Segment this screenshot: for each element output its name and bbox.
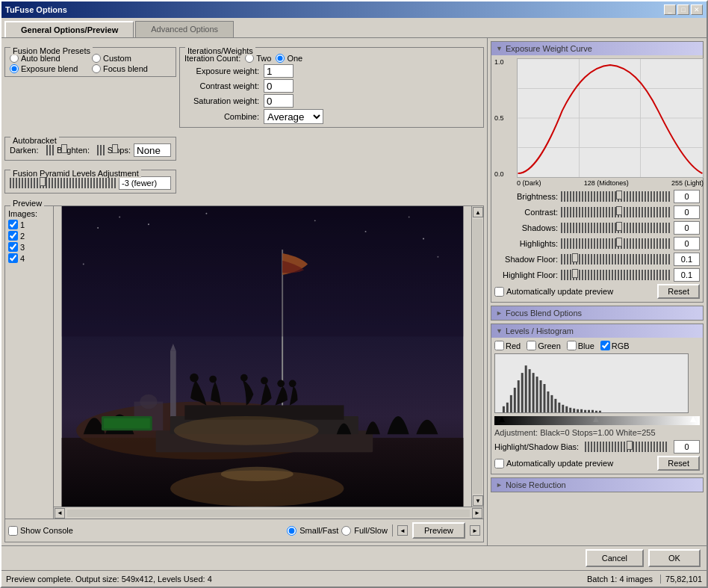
y-label-2: 0.5: [494, 114, 517, 122]
highlight-shadow-input[interactable]: [674, 440, 700, 454]
focus-blend-title: Focus Blend Options: [506, 309, 582, 318]
pyramid-thumb[interactable]: [40, 177, 46, 186]
scroll-down-button[interactable]: ▼: [473, 495, 483, 506]
svg-rect-32: [62, 206, 464, 336]
exposure-curve-header[interactable]: ▼ Exposure Weight Curve: [491, 42, 703, 55]
rgb-checkbox[interactable]: [600, 341, 610, 350]
cancel-button[interactable]: Cancel: [586, 549, 644, 567]
exposure-weight-input[interactable]: 1: [264, 64, 294, 78]
shadows-row: Shadows:: [494, 221, 700, 235]
small-fast-label: Small/Fast: [299, 526, 338, 535]
ok-button[interactable]: OK: [648, 549, 701, 567]
main-window: TuFuse Options _ □ ✕ General Options/Pre…: [0, 0, 708, 588]
scroll-right-button[interactable]: ►: [472, 508, 482, 519]
exposure-blend-radio[interactable]: [10, 64, 19, 73]
channel-row: Red Green Blue RGB: [494, 341, 700, 350]
levels-auto-update-row: Automatically update preview Reset: [494, 456, 700, 471]
window-title: TuFuse Options: [5, 5, 67, 14]
levels-auto-update-checkbox[interactable]: [494, 459, 504, 468]
svg-rect-51: [547, 392, 549, 413]
x-axis-labels: 0 (Dark) 128 (Midtones) 255 (Light): [517, 179, 704, 187]
highlights-thumb[interactable]: [616, 238, 622, 247]
focus-blend-option: Focus blend: [92, 64, 171, 73]
contrast-input[interactable]: [674, 205, 700, 219]
shadow-floor-input[interactable]: [674, 253, 700, 266]
image-4-checkbox[interactable]: [8, 253, 18, 263]
close-button[interactable]: ✕: [691, 4, 703, 15]
svg-rect-62: [588, 410, 590, 413]
pyramid-value-input[interactable]: [119, 176, 171, 190]
maximize-button[interactable]: □: [677, 4, 689, 15]
image-4-item: 4: [8, 253, 50, 263]
contrast-thumb[interactable]: [616, 206, 622, 215]
focus-blend-header[interactable]: ► Focus Blend Options: [491, 306, 703, 320]
scroll-left-button[interactable]: ◄: [55, 508, 65, 519]
svg-rect-50: [544, 384, 546, 413]
highlight-floor-input[interactable]: [674, 268, 700, 282]
svg-point-29: [174, 416, 319, 445]
tab-general[interactable]: General Options/Preview: [4, 21, 134, 37]
black-point-marker[interactable]: [499, 416, 505, 422]
red-checkbox[interactable]: [494, 341, 504, 350]
svg-rect-58: [573, 409, 575, 413]
minimize-button[interactable]: _: [664, 4, 676, 15]
image-2-checkbox[interactable]: [8, 231, 18, 241]
shadows-input[interactable]: [674, 221, 700, 235]
levels-histogram-header[interactable]: ▼ Levels / Histogram: [491, 324, 703, 338]
brighten-thumb[interactable]: [112, 144, 118, 153]
image-2-label: 2: [20, 232, 25, 241]
exposure-weight-row: Exposure weight: 1: [184, 64, 479, 78]
histogram-chart: [494, 353, 689, 413]
shadows-thumb[interactable]: [616, 222, 622, 231]
highlight-floor-thumb[interactable]: [572, 269, 578, 278]
noise-reduction-header[interactable]: ► Noise Reduction: [491, 478, 703, 492]
custom-radio[interactable]: [92, 54, 101, 63]
shadow-floor-thumb[interactable]: [572, 253, 578, 262]
pyramid-title: Fusion Pyramid Levels Adjustment: [10, 169, 141, 178]
two-label: Two: [256, 54, 271, 63]
small-fast-radio[interactable]: [287, 526, 296, 536]
brightness-thumb[interactable]: [616, 191, 622, 199]
midpoint-marker[interactable]: [593, 416, 599, 422]
contrast-weight-label: Contrast weight:: [184, 81, 259, 90]
focus-blend-radio[interactable]: [92, 64, 101, 73]
full-slow-radio[interactable]: [341, 526, 351, 536]
image-list: Images: 1 2 3: [5, 206, 54, 519]
tab-advanced[interactable]: Advanced Options: [135, 21, 234, 37]
shadows-label: Shadows:: [494, 223, 558, 232]
image-1-checkbox[interactable]: [8, 220, 18, 229]
brightness-label: Brightness:: [494, 192, 558, 201]
scroll-up-button[interactable]: ▲: [473, 207, 483, 217]
one-radio[interactable]: [276, 54, 285, 63]
exposure-reset-button[interactable]: Reset: [657, 284, 700, 299]
show-console-checkbox[interactable]: [8, 526, 18, 536]
curve-chart-container: 1.0 0.5 0.0: [494, 58, 700, 187]
contrast-weight-input[interactable]: [264, 79, 294, 93]
size-options: Small/Fast Full/Slow: [287, 526, 388, 536]
darken-thumb[interactable]: [61, 144, 67, 153]
x-label-0: 0 (Dark): [517, 179, 541, 187]
fusion-mode-title: Fusion Mode Presets: [10, 46, 93, 55]
preview-button[interactable]: Preview: [412, 522, 465, 539]
highlight-shadow-thumb[interactable]: [627, 441, 633, 450]
brightness-input[interactable]: [674, 190, 700, 203]
svg-rect-39: [503, 406, 505, 413]
white-point-marker[interactable]: [690, 416, 696, 422]
image-3-checkbox[interactable]: [8, 242, 18, 252]
curve-chart-area: 0 (Dark) 128 (Midtones) 255 (Light): [517, 58, 700, 187]
red-label: Red: [506, 341, 521, 350]
svg-point-24: [209, 376, 217, 383]
levels-reset-button[interactable]: Reset: [657, 456, 700, 471]
green-checkbox[interactable]: [527, 341, 536, 350]
stops-input[interactable]: [134, 143, 171, 157]
highlight-shadow-bias-row: Highlight/Shadow Bias:: [494, 440, 700, 454]
gradient-bar: [494, 416, 700, 425]
svg-rect-52: [550, 395, 553, 413]
highlights-input[interactable]: [674, 237, 700, 250]
combine-select[interactable]: Average: [264, 109, 323, 124]
blue-checkbox[interactable]: [567, 341, 577, 350]
exposure-auto-update-checkbox[interactable]: [494, 287, 504, 297]
next-nav-button[interactable]: ►: [470, 525, 480, 536]
prev-nav-button[interactable]: ◄: [397, 525, 408, 536]
saturation-weight-input[interactable]: [264, 94, 294, 108]
